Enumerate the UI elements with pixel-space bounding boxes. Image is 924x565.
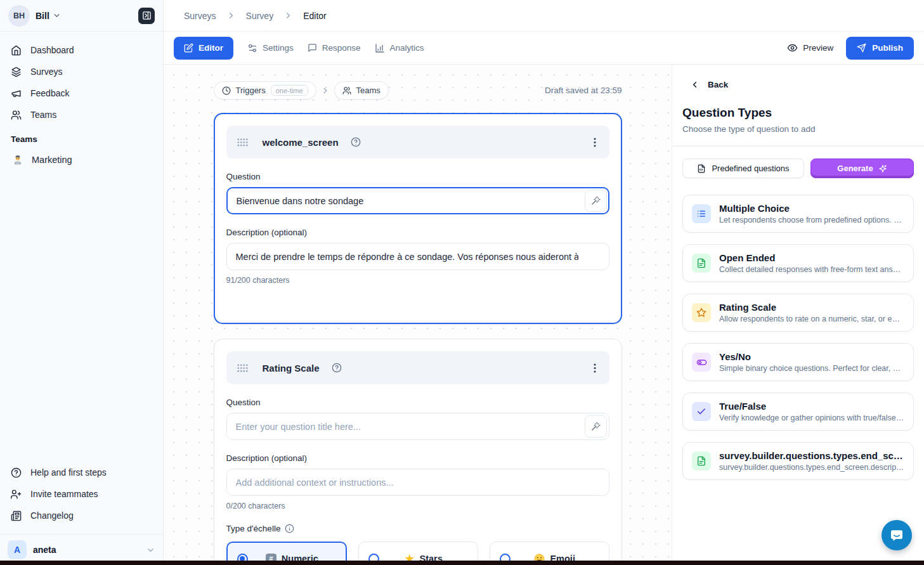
question-type-end-screen[interactable]: survey.builder.questions.types.end_scr..… (682, 442, 914, 480)
file-icon (697, 164, 706, 173)
publish-label: Publish (872, 43, 903, 53)
question-card-welcome-screen[interactable]: welcome_screen Question Description (opt… (214, 113, 622, 324)
breadcrumb-editor: Editor (303, 11, 327, 21)
description-field-label: Description (optional) (226, 453, 609, 463)
layers-icon (11, 67, 22, 77)
workspace-name: Bill (36, 11, 49, 21)
kebab-menu-icon[interactable] (591, 135, 599, 150)
back-button[interactable]: Back (690, 80, 914, 89)
question-title-input[interactable] (226, 413, 609, 440)
newspaper-icon (11, 510, 22, 521)
question-card-header: welcome_screen (226, 126, 609, 159)
sidebar-item-feedback[interactable]: Feedback (0, 82, 163, 104)
back-label: Back (708, 80, 728, 89)
question-type-title: Yes/No (719, 351, 904, 362)
magic-wand-icon (591, 422, 601, 431)
question-title-input[interactable] (226, 187, 609, 214)
drag-handle-icon[interactable] (237, 364, 248, 372)
tab-analytics[interactable]: Analytics (375, 43, 424, 53)
panel-actions: Predefined questions Generate (682, 159, 914, 178)
preview-label: Preview (803, 43, 833, 53)
magic-wand-icon (591, 196, 601, 205)
tab-response[interactable]: Response (308, 43, 361, 53)
sidebar-item-changelog[interactable]: Changelog (0, 505, 163, 526)
question-type-title: survey.builder.questions.types.end_scr..… (719, 450, 904, 461)
sidebar-collapse-button[interactable] (138, 8, 155, 24)
breadcrumb-surveys[interactable]: Surveys (184, 11, 216, 21)
preview-button[interactable]: Preview (787, 42, 833, 53)
document-icon (692, 451, 711, 471)
workspace-switcher[interactable]: BH Bill (0, 0, 163, 32)
teams-chip[interactable]: Teams (334, 81, 389, 100)
users-icon (11, 110, 22, 120)
sidebar-item-dashboard[interactable]: Dashboard (0, 39, 163, 61)
question-type-open-ended[interactable]: Open Ended Collect detailed responses wi… (682, 244, 914, 282)
help-circle-icon[interactable] (351, 137, 361, 147)
user-plus-icon (11, 489, 22, 500)
question-type-title: Open Ended (719, 252, 904, 263)
help-circle-icon[interactable] (332, 363, 342, 373)
sidebar-item-teams[interactable]: Teams (0, 104, 163, 126)
megaphone-icon (11, 88, 22, 99)
help-circle-icon (11, 467, 22, 478)
kebab-menu-icon[interactable] (591, 361, 599, 375)
tab-label: Settings (263, 43, 294, 53)
sidebar-item-label: Changelog (30, 510, 74, 521)
sidebar-item-label: Feedback (30, 88, 69, 98)
question-card-title: Rating Scale (263, 363, 320, 373)
sparkles-icon (878, 164, 887, 173)
pencil-square-icon (184, 43, 193, 53)
chat-launcher-button[interactable] (882, 520, 912, 550)
one-time-badge: one-time (271, 85, 308, 96)
tab-editor[interactable]: Editor (174, 37, 233, 60)
breadcrumb-survey[interactable]: Survey (246, 11, 274, 21)
question-type-description: survey.builder.questions.types.end_scree… (719, 463, 904, 472)
panel-subtitle: Choose the type of question to add (682, 124, 914, 134)
sidebar-item-surveys[interactable]: Surveys (0, 61, 163, 82)
generate-button[interactable]: Generate (810, 159, 914, 178)
predefined-questions-button[interactable]: Predefined questions (682, 159, 804, 178)
survey-canvas: Triggers one-time Teams Draft saved at 2… (164, 65, 672, 565)
document-icon (692, 254, 711, 273)
sidebar-item-invite[interactable]: Invite teammates (0, 483, 163, 505)
sidebar: BH Bill Dashboard Surveys Feedback (0, 0, 164, 565)
toggle-icon (692, 353, 711, 372)
panel-title: Question Types (682, 106, 914, 120)
breadcrumb: Surveys Survey Editor (164, 0, 924, 32)
chevron-right-icon (321, 86, 330, 95)
ai-wand-button[interactable] (585, 190, 607, 212)
tab-settings[interactable]: Settings (247, 43, 294, 53)
question-description-input[interactable] (226, 243, 609, 270)
tab-label: Editor (198, 43, 223, 53)
sidebar-item-help[interactable]: Help and first steps (0, 462, 163, 483)
question-type-yes-no[interactable]: Yes/No Simple binary choice questions. P… (682, 343, 914, 381)
teams-section-header: Teams (0, 126, 163, 149)
sliders-icon (247, 43, 257, 53)
sidebar-team-marketing[interactable]: Marketing (0, 149, 163, 171)
question-type-multiple-choice[interactable]: Multiple Choice Let respondents choose f… (682, 195, 914, 233)
question-type-true-false[interactable]: True/False Verify knowledge or gather op… (682, 393, 914, 431)
account-name: aneta (33, 545, 56, 555)
sidebar-item-label: Teams (30, 110, 56, 120)
question-type-rating-scale[interactable]: Rating Scale Allow respondents to rate o… (682, 294, 914, 332)
clock-icon (222, 86, 231, 95)
question-card-title: welcome_screen (263, 137, 339, 148)
question-field-label: Question (226, 398, 609, 407)
content-row: Triggers one-time Teams Draft saved at 2… (164, 65, 924, 565)
question-description-input[interactable] (226, 469, 609, 496)
ai-wand-button[interactable] (585, 415, 607, 438)
sidebar-spacer (0, 171, 163, 462)
info-circle-icon[interactable] (285, 524, 294, 533)
send-icon (857, 43, 866, 53)
triggers-chip[interactable]: Triggers one-time (214, 81, 316, 100)
predefined-questions-label: Predefined questions (712, 164, 789, 173)
question-card-rating-scale[interactable]: Rating Scale Question Description (optio… (214, 339, 622, 565)
question-type-description: Collect detailed responses with free-for… (719, 265, 904, 274)
triggers-chip-label: Triggers (236, 86, 266, 95)
list-icon (692, 204, 711, 223)
message-square-icon (308, 43, 317, 53)
question-field-label: Question (226, 172, 609, 181)
publish-button[interactable]: Publish (846, 37, 914, 60)
drag-handle-icon[interactable] (237, 138, 248, 146)
chevron-down-icon (146, 545, 155, 555)
